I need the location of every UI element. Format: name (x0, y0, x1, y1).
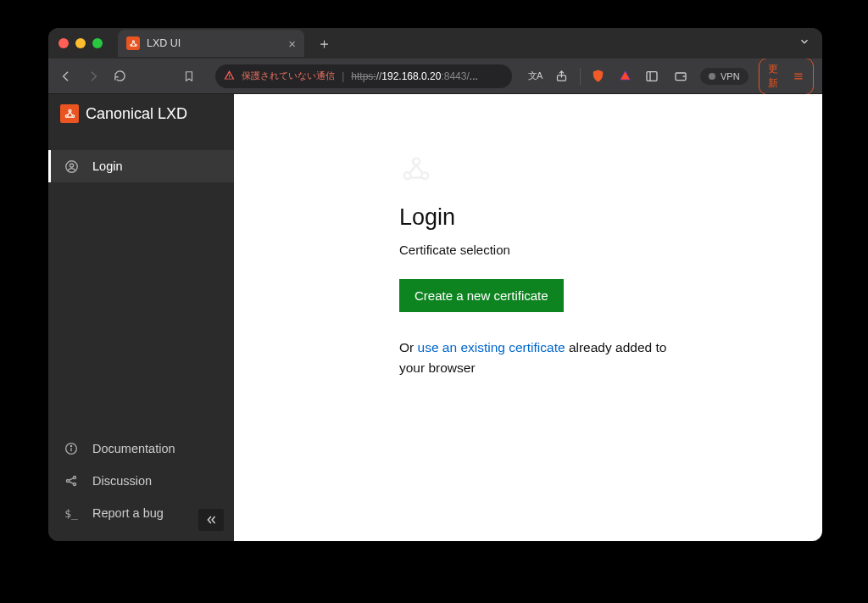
toolbar-right-cluster: VPN 更新 (643, 58, 814, 95)
browser-tab[interactable]: LXD UI × (118, 30, 304, 57)
svg-point-18 (70, 445, 71, 446)
lxd-logo-ghost-icon (399, 154, 433, 186)
bookmark-icon[interactable] (180, 67, 198, 86)
minimize-window-icon[interactable] (75, 38, 86, 48)
terminal-prompt-icon: $_ (64, 505, 79, 521)
vpn-label: VPN (721, 71, 740, 81)
sidebar-item-label: Discussion (92, 474, 152, 488)
tab-title: LXD UI (147, 37, 181, 49)
address-bar[interactable]: 保護されていない通信 | https://192.168.0.20:8443/.… (215, 64, 512, 88)
svg-line-23 (69, 482, 73, 484)
info-icon (64, 441, 79, 456)
svg-point-19 (66, 479, 69, 482)
app-sidebar: Canonical LXD Login Documentation (48, 94, 234, 541)
update-label: 更新 (768, 62, 788, 91)
share-nodes-icon (64, 473, 79, 489)
brave-rewards-icon[interactable] (616, 67, 635, 86)
svg-point-11 (69, 109, 71, 112)
vpn-indicator[interactable]: VPN (700, 68, 748, 85)
sidebar-item-label: Documentation (92, 442, 175, 455)
browser-window: LXD UI × ＋ 保護されていない通信 | https: (48, 28, 822, 541)
svg-point-0 (132, 40, 134, 42)
use-existing-certificate-link[interactable]: use an existing certificate (418, 340, 565, 355)
translate-icon[interactable]: 文A (526, 67, 544, 86)
brand-header[interactable]: Canonical LXD (48, 94, 234, 133)
lxd-favicon-icon (126, 36, 140, 50)
nav-forward-button (84, 67, 103, 86)
chevrons-left-icon (204, 514, 219, 526)
vpn-status-dot-icon (709, 73, 715, 80)
tabs-menu-icon[interactable] (798, 36, 810, 51)
svg-point-21 (73, 483, 75, 485)
sidebar-item-login[interactable]: Login (48, 150, 234, 182)
create-certificate-button[interactable]: Create a new certificate (399, 279, 564, 312)
sidebar-collapse-button[interactable] (198, 509, 224, 531)
maximize-window-icon[interactable] (92, 38, 103, 48)
page-subheading: Certificate selection (399, 243, 687, 257)
hamburger-icon (793, 70, 804, 82)
reload-button[interactable] (111, 67, 130, 86)
wallet-icon[interactable] (671, 67, 690, 86)
svg-point-15 (70, 163, 73, 166)
sidebar-item-discussion[interactable]: Discussion (48, 465, 234, 497)
svg-point-20 (73, 476, 75, 478)
svg-marker-4 (620, 71, 630, 80)
sidebar-item-label: Report a bug (92, 506, 164, 520)
sidebar-item-documentation[interactable]: Documentation (48, 433, 234, 465)
svg-rect-5 (647, 71, 657, 81)
window-traffic-lights (58, 38, 103, 48)
sidebar-toggle-icon[interactable] (643, 67, 662, 86)
address-separator: | (342, 70, 344, 82)
url-text: https://192.168.0.20:8443/... (351, 70, 478, 82)
existing-cert-note: Or use an existing certificate already a… (399, 338, 687, 378)
browser-toolbar: 保護されていない通信 | https://192.168.0.20:8443/.… (48, 59, 822, 94)
sidebar-item-label: Login (92, 159, 122, 173)
page-heading: Login (399, 204, 687, 231)
svg-line-22 (69, 478, 73, 481)
tab-strip: LXD UI × ＋ (48, 28, 822, 59)
canonical-logo-icon (60, 104, 79, 123)
close-tab-icon[interactable]: × (288, 36, 296, 51)
share-icon[interactable] (553, 67, 571, 86)
close-window-icon[interactable] (58, 38, 69, 48)
login-panel: Login Certificate selection Create a new… (399, 154, 687, 378)
user-circle-icon (64, 159, 79, 174)
brand-title: Canonical LXD (86, 105, 187, 123)
nav-back-button[interactable] (57, 67, 75, 86)
new-tab-button[interactable]: ＋ (313, 32, 335, 54)
sidebar-nav: Login (48, 150, 234, 182)
main-panel: Login Certificate selection Create a new… (234, 94, 822, 541)
brave-shield-icon[interactable] (589, 67, 608, 86)
svg-point-24 (413, 159, 420, 165)
not-secure-label: 保護されていない通信 (242, 70, 335, 82)
not-secure-warning-icon (224, 70, 235, 83)
browser-update-button[interactable]: 更新 (759, 58, 814, 95)
app-content: Canonical LXD Login Documentation (48, 94, 822, 541)
